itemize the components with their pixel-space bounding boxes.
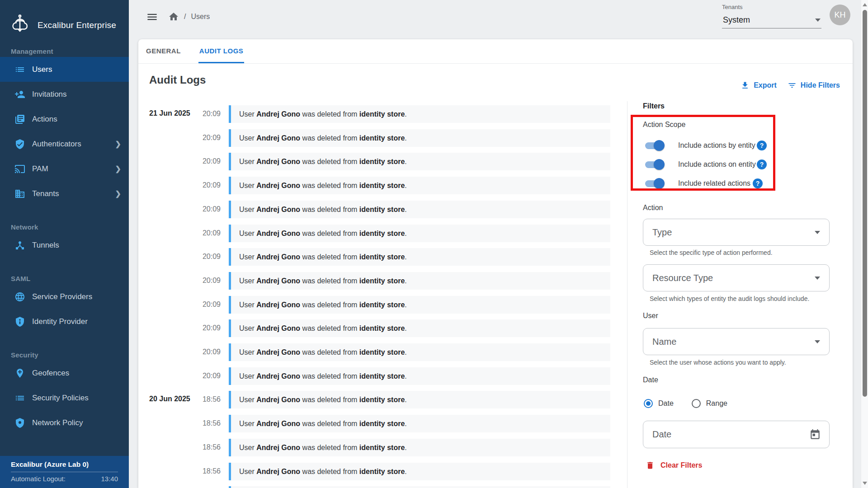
sidebar-item-label: Tenants [32,189,59,198]
toggle-switch[interactable] [645,178,664,189]
hide-filters-button[interactable]: Hide Filters [788,81,840,90]
log-time: 20:09 [194,348,221,356]
date-input-placeholder: Date [652,429,809,440]
audit-log-row: 20:09User Andrej Gono was deleted from i… [138,177,631,194]
export-label: Export [754,81,777,89]
home-icon[interactable] [168,11,179,22]
sidebar-item-label: Security Policies [32,394,89,403]
calendar-icon[interactable] [809,429,821,441]
sidebar-item-identity-provider[interactable]: Identity Provider [0,309,129,334]
help-question-icon[interactable]: ? [753,178,763,188]
action-scope-label: Action Scope [643,121,685,129]
sidebar-item-users[interactable]: Users [0,57,129,82]
chevron-down-icon [815,19,821,22]
date-input[interactable]: Date [643,421,830,448]
sidebar-item-tunnels[interactable]: Tunnels [0,233,129,258]
log-entry[interactable]: User Andrej Gono was deleted from identi… [229,463,610,480]
sidebar-item-security-policies[interactable]: Security Policies [0,385,129,410]
sidebar-item-network-policy[interactable]: Network Policy [0,410,129,435]
avatar[interactable]: KH [830,5,850,25]
sidebar-item-service-providers[interactable]: Service Providers [0,284,129,309]
log-time: 20:09 [194,205,221,213]
log-entry[interactable]: User Andrej Gono was deleted from identi… [229,296,610,314]
tab-audit-logs[interactable]: AUDIT LOGS [198,39,245,63]
audit-log-row: 18:56User Andrej Gono was deleted from i… [138,415,631,432]
documents-icon [14,114,25,125]
globe-icon [14,291,25,302]
sidebar-item-actions[interactable]: Actions [0,107,129,131]
log-time: 20:09 [194,229,221,237]
tenant-selected-value: System [723,15,815,25]
user-name-select[interactable]: Name [643,328,830,355]
log-entry[interactable]: User Andrej Gono was deleted from identi… [229,105,610,123]
tenants-label: Tenants [722,4,821,10]
sidebar-item-label: Actions [32,115,57,124]
shield-check-icon [14,139,25,150]
scrollbar-thumb[interactable] [863,10,867,397]
list-icon [14,393,25,404]
log-entry[interactable]: User Andrej Gono was deleted from identi… [229,272,610,290]
shield-dot-icon [14,418,25,428]
tenant-select[interactable]: Tenants System [722,4,821,28]
log-time: 20:09 [194,253,221,261]
sidebar-item-label: Service Providers [32,292,92,301]
sidebar-item-label: Tunnels [32,241,59,250]
action-type-select[interactable]: Type [643,219,830,246]
screen-cast-icon [14,164,25,174]
help-question-icon[interactable]: ? [757,141,767,150]
sidebar-section-security: Security [0,349,129,361]
tab-bar: GENERAL AUDIT LOGS [138,39,853,64]
log-entry[interactable]: User Andrej Gono was deleted from identi… [229,129,610,147]
radio-date[interactable] [644,399,653,408]
breadcrumb-separator: / [184,13,186,21]
filter-icon [788,81,797,90]
log-time: 20:09 [194,277,221,285]
resource-type-select[interactable]: Resource Type [643,264,830,291]
sidebar-item-label: Users [32,65,52,74]
tab-general[interactable]: GENERAL [145,39,182,63]
log-entry[interactable]: User Andrej Gono was deleted from identi… [229,415,610,432]
scrollbar-up-arrow[interactable] [863,3,867,6]
sidebar-item-pam[interactable]: PAM❯ [0,156,129,181]
log-entry[interactable]: User Andrej Gono was deleted from identi… [229,391,610,408]
sidebar-item-label: Identity Provider [32,317,88,326]
audit-log-row: 20:09User Andrej Gono was deleted from i… [138,296,631,314]
footer-divider [11,472,118,472]
content-card: GENERAL AUDIT LOGS Audit Logs Export Hid… [138,39,853,488]
toggle-switch[interactable] [645,159,664,170]
log-entry[interactable]: User Andrej Gono was deleted from identi… [229,248,610,266]
clear-filters-button[interactable]: Clear Filters [646,461,702,470]
log-entry[interactable]: User Andrej Gono was deleted from identi… [229,225,610,242]
sidebar-item-geofences[interactable]: Geofences [0,361,129,385]
log-entry[interactable]: User Andrej Gono was deleted from identi… [229,177,610,194]
sidebar-item-label: Invitations [32,90,67,99]
toggle-label: Include actions on entity [678,160,756,169]
breadcrumb: / Users [168,11,210,22]
radio-range[interactable] [692,399,701,408]
menu-toggle-button[interactable] [146,11,158,23]
log-entry[interactable]: User Andrej Gono was deleted from identi… [229,439,610,456]
audit-log-row: 18:56User Andrej Gono was deleted from i… [138,439,631,456]
sidebar-item-authenticators[interactable]: Authenticators❯ [0,131,129,156]
log-entry[interactable]: User Andrej Gono was deleted from identi… [229,153,610,170]
audit-log-row: 20 Jun 202518:56User Andrej Gono was del… [138,391,631,408]
shield-info-icon [14,316,25,327]
log-entry[interactable]: User Andrej Gono was deleted from identi… [229,367,610,385]
help-question-icon[interactable]: ? [757,160,767,169]
sidebar-item-invitations[interactable]: Invitations [0,82,129,107]
log-time: 20:09 [194,157,221,165]
log-entry[interactable]: User Andrej Gono was deleted from identi… [229,343,610,361]
scrollbar-down-arrow[interactable] [863,482,867,485]
audit-log-list: 21 Jun 202520:09User Andrej Gono was del… [138,99,631,488]
toggle-switch[interactable] [645,140,664,151]
log-entry[interactable] [229,486,610,488]
environment-label: Excalibur (Azure Lab 0) [11,460,118,469]
page-scrollbar [861,0,868,488]
resource-type-hint: Select which types of entity the audit l… [650,295,809,302]
log-time: 20:09 [194,300,221,309]
sidebar-footer: Excalibur (Azure Lab 0) Automatic Logout… [0,456,129,488]
export-button[interactable]: Export [741,81,777,90]
log-entry[interactable]: User Andrej Gono was deleted from identi… [229,201,610,218]
sidebar-item-tenants[interactable]: Tenants❯ [0,181,129,206]
log-entry[interactable]: User Andrej Gono was deleted from identi… [229,319,610,337]
